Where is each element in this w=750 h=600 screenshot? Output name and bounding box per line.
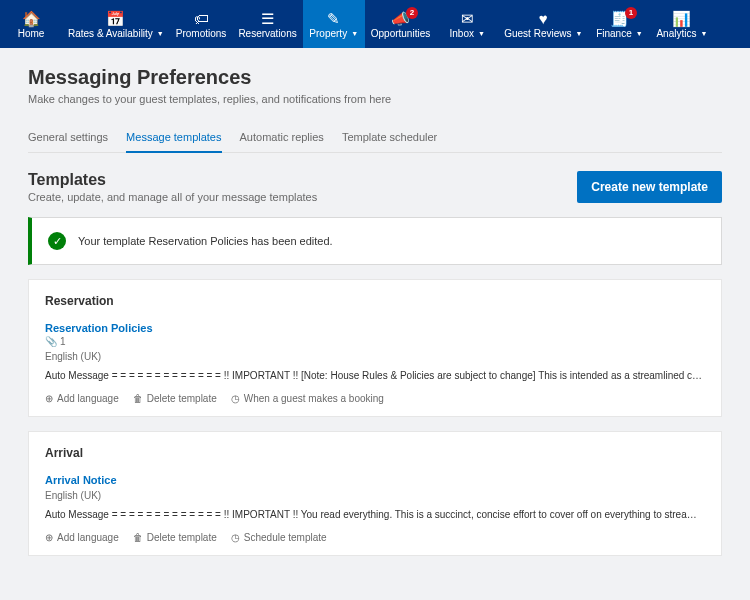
nav-label: Inbox: [450, 28, 474, 39]
chevron-down-icon: ▼: [157, 30, 164, 37]
tab-general-settings[interactable]: General settings: [28, 127, 108, 152]
group-heading: Reservation: [45, 294, 705, 308]
template-preview: Auto Message = = = = = = = = = = = = = !…: [45, 509, 705, 520]
delete-template-button[interactable]: 🗑Delete template: [133, 532, 217, 543]
template-title[interactable]: Reservation Policies: [45, 322, 705, 334]
page-body: Messaging Preferences Make changes to yo…: [0, 48, 750, 588]
badge: 2: [406, 7, 418, 19]
nav-label: Opportunities: [371, 28, 430, 39]
schedule-template-button[interactable]: ◷When a guest makes a booking: [231, 393, 384, 404]
nav-rates-availability[interactable]: 📅Rates & Availability▼: [62, 0, 170, 48]
chevron-down-icon: ▼: [351, 30, 358, 37]
delete-template-button[interactable]: 🗑Delete template: [133, 393, 217, 404]
chevron-down-icon: ▼: [575, 30, 582, 37]
template-group: ReservationReservation Policies📎1English…: [28, 279, 722, 417]
chevron-down-icon: ▼: [700, 30, 707, 37]
attachment-count: 📎1: [45, 336, 705, 347]
nav-icon: ✎: [327, 11, 340, 26]
tab-template-scheduler[interactable]: Template scheduler: [342, 127, 437, 152]
template-group: ArrivalArrival NoticeEnglish (UK)Auto Me…: [28, 431, 722, 556]
schedule-template-button[interactable]: ◷Schedule template: [231, 532, 327, 543]
add-language-button[interactable]: ⊕Add language: [45, 532, 119, 543]
create-template-button[interactable]: Create new template: [577, 171, 722, 203]
templates-heading: Templates: [28, 171, 317, 189]
nav-label: Promotions: [176, 28, 227, 39]
nav-label: Guest Reviews: [504, 28, 571, 39]
nav-inbox[interactable]: ✉Inbox▼: [436, 0, 498, 48]
nav-label: Reservations: [238, 28, 296, 39]
plus-icon: ⊕: [45, 532, 53, 543]
nav-home[interactable]: 🏠Home: [0, 0, 62, 48]
nav-icon: ♥: [539, 11, 548, 26]
badge: 1: [625, 7, 637, 19]
template-actions: ⊕Add language🗑Delete template◷Schedule t…: [45, 532, 705, 543]
tab-message-templates[interactable]: Message templates: [126, 127, 221, 153]
template-language: English (UK): [45, 351, 705, 362]
chevron-down-icon: ▼: [478, 30, 485, 37]
templates-desc: Create, update, and manage all of your m…: [28, 191, 317, 203]
nav-icon: 📣2: [391, 11, 410, 26]
nav-label: Rates & Availability: [68, 28, 153, 39]
attachment-icon: 📎: [45, 336, 57, 347]
nav-icon: 🏠: [22, 11, 41, 26]
trash-icon: 🗑: [133, 532, 143, 543]
nav-icon: 🧾1: [610, 11, 629, 26]
alert-text: Your template Reservation Policies has b…: [78, 235, 333, 247]
nav-icon: 📊: [672, 11, 691, 26]
check-icon: ✓: [48, 232, 66, 250]
template-title[interactable]: Arrival Notice: [45, 474, 705, 486]
nav-reservations[interactable]: ☰Reservations: [232, 0, 302, 48]
clock-icon: ◷: [231, 532, 240, 543]
nav-label: Property: [309, 28, 347, 39]
nav-opportunities[interactable]: 📣2Opportunities: [365, 0, 436, 48]
template-preview: Auto Message = = = = = = = = = = = = = !…: [45, 370, 705, 381]
nav-property[interactable]: ✎Property▼: [303, 0, 365, 48]
nav-icon: ☰: [261, 11, 274, 26]
page-subtitle: Make changes to your guest templates, re…: [28, 93, 722, 105]
trash-icon: 🗑: [133, 393, 143, 404]
nav-label: Home: [18, 28, 45, 39]
top-nav: 🏠Home📅Rates & Availability▼🏷Promotions☰R…: [0, 0, 750, 48]
chevron-down-icon: ▼: [636, 30, 643, 37]
nav-icon: 📅: [106, 11, 125, 26]
nav-analytics[interactable]: 📊Analytics▼: [650, 0, 713, 48]
group-heading: Arrival: [45, 446, 705, 460]
tabs: General settingsMessage templatesAutomat…: [28, 127, 722, 153]
template-actions: ⊕Add language🗑Delete template◷When a gue…: [45, 393, 705, 404]
templates-header: Templates Create, update, and manage all…: [28, 171, 722, 203]
nav-label: Finance: [596, 28, 632, 39]
nav-icon: 🏷: [194, 11, 209, 26]
add-language-button[interactable]: ⊕Add language: [45, 393, 119, 404]
template-language: English (UK): [45, 490, 705, 501]
plus-icon: ⊕: [45, 393, 53, 404]
success-alert: ✓ Your template Reservation Policies has…: [28, 217, 722, 265]
tab-automatic-replies[interactable]: Automatic replies: [240, 127, 324, 152]
nav-promotions[interactable]: 🏷Promotions: [170, 0, 233, 48]
page-title: Messaging Preferences: [28, 66, 722, 89]
nav-finance[interactable]: 🧾1Finance▼: [588, 0, 650, 48]
nav-label: Analytics: [656, 28, 696, 39]
clock-icon: ◷: [231, 393, 240, 404]
nav-guest-reviews[interactable]: ♥Guest Reviews▼: [498, 0, 588, 48]
nav-icon: ✉: [461, 11, 474, 26]
